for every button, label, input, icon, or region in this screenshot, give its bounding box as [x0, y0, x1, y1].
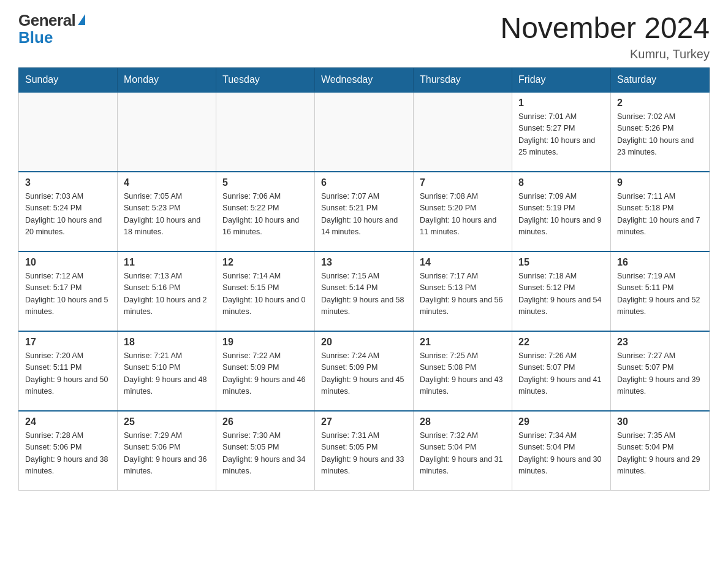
day-info: Sunrise: 7:02 AM Sunset: 5:26 PM Dayligh… [617, 111, 703, 159]
calendar-cell: 22Sunrise: 7:26 AM Sunset: 5:07 PM Dayli… [512, 331, 611, 411]
calendar-cell: 13Sunrise: 7:15 AM Sunset: 5:14 PM Dayli… [315, 251, 414, 331]
day-number: 13 [321, 257, 407, 268]
calendar-cell: 14Sunrise: 7:17 AM Sunset: 5:13 PM Dayli… [414, 251, 512, 331]
day-number: 28 [420, 416, 506, 427]
logo-general-text: General [18, 12, 75, 28]
weekday-header-row: SundayMondayTuesdayWednesdayThursdayFrid… [19, 67, 710, 92]
day-number: 24 [25, 416, 111, 427]
day-info: Sunrise: 7:06 AM Sunset: 5:22 PM Dayligh… [222, 191, 308, 239]
day-info: Sunrise: 7:17 AM Sunset: 5:13 PM Dayligh… [420, 270, 506, 318]
day-number: 1 [518, 98, 604, 109]
day-info: Sunrise: 7:07 AM Sunset: 5:21 PM Dayligh… [321, 191, 407, 239]
day-info: Sunrise: 7:14 AM Sunset: 5:15 PM Dayligh… [222, 270, 308, 318]
day-info: Sunrise: 7:18 AM Sunset: 5:12 PM Dayligh… [518, 270, 604, 318]
weekday-header-sunday: Sunday [19, 67, 118, 92]
calendar-cell: 23Sunrise: 7:27 AM Sunset: 5:07 PM Dayli… [611, 331, 710, 411]
day-info: Sunrise: 7:20 AM Sunset: 5:11 PM Dayligh… [25, 350, 111, 398]
week-row-4: 17Sunrise: 7:20 AM Sunset: 5:11 PM Dayli… [19, 331, 710, 411]
day-info: Sunrise: 7:35 AM Sunset: 5:04 PM Dayligh… [617, 430, 703, 478]
day-number: 30 [617, 416, 703, 427]
location-subtitle: Kumru, Turkey [500, 47, 710, 61]
day-info: Sunrise: 7:11 AM Sunset: 5:18 PM Dayligh… [617, 191, 703, 239]
day-number: 21 [420, 337, 506, 348]
day-number: 14 [420, 257, 506, 268]
day-number: 10 [25, 257, 111, 268]
day-info: Sunrise: 7:05 AM Sunset: 5:23 PM Dayligh… [124, 191, 210, 239]
day-info: Sunrise: 7:15 AM Sunset: 5:14 PM Dayligh… [321, 270, 407, 318]
calendar-cell: 21Sunrise: 7:25 AM Sunset: 5:08 PM Dayli… [414, 331, 512, 411]
weekday-header-thursday: Thursday [414, 67, 512, 92]
calendar-cell [414, 92, 512, 172]
day-number: 2 [617, 98, 703, 109]
day-number: 12 [222, 257, 308, 268]
day-number: 9 [617, 177, 703, 188]
weekday-header-saturday: Saturday [611, 67, 710, 92]
day-info: Sunrise: 7:28 AM Sunset: 5:06 PM Dayligh… [25, 430, 111, 478]
day-number: 11 [124, 257, 210, 268]
day-info: Sunrise: 7:12 AM Sunset: 5:17 PM Dayligh… [25, 270, 111, 318]
day-info: Sunrise: 7:29 AM Sunset: 5:06 PM Dayligh… [124, 430, 210, 478]
logo: General Blue [18, 12, 85, 47]
calendar-cell [19, 92, 118, 172]
calendar-cell: 20Sunrise: 7:24 AM Sunset: 5:09 PM Dayli… [315, 331, 414, 411]
week-row-3: 10Sunrise: 7:12 AM Sunset: 5:17 PM Dayli… [19, 251, 710, 331]
day-number: 26 [222, 416, 308, 427]
day-number: 7 [420, 177, 506, 188]
calendar-cell: 15Sunrise: 7:18 AM Sunset: 5:12 PM Dayli… [512, 251, 611, 331]
main-title: November 2024 [500, 12, 710, 45]
day-info: Sunrise: 7:34 AM Sunset: 5:04 PM Dayligh… [518, 430, 604, 478]
day-info: Sunrise: 7:25 AM Sunset: 5:08 PM Dayligh… [420, 350, 506, 398]
day-number: 5 [222, 177, 308, 188]
day-info: Sunrise: 7:21 AM Sunset: 5:10 PM Dayligh… [124, 350, 210, 398]
day-number: 19 [222, 337, 308, 348]
day-number: 18 [124, 337, 210, 348]
week-row-1: 1Sunrise: 7:01 AM Sunset: 5:27 PM Daylig… [19, 92, 710, 172]
day-number: 8 [518, 177, 604, 188]
calendar-cell: 17Sunrise: 7:20 AM Sunset: 5:11 PM Dayli… [19, 331, 118, 411]
day-number: 27 [321, 416, 407, 427]
weekday-header-wednesday: Wednesday [315, 67, 414, 92]
calendar-cell [118, 92, 216, 172]
page-header: General Blue November 2024 Kumru, Turkey [18, 12, 710, 61]
day-number: 16 [617, 257, 703, 268]
calendar-cell: 27Sunrise: 7:31 AM Sunset: 5:05 PM Dayli… [315, 411, 414, 491]
calendar-cell: 16Sunrise: 7:19 AM Sunset: 5:11 PM Dayli… [611, 251, 710, 331]
week-row-5: 24Sunrise: 7:28 AM Sunset: 5:06 PM Dayli… [19, 411, 710, 491]
calendar-cell: 18Sunrise: 7:21 AM Sunset: 5:10 PM Dayli… [118, 331, 216, 411]
calendar-cell: 3Sunrise: 7:03 AM Sunset: 5:24 PM Daylig… [19, 172, 118, 251]
day-number: 15 [518, 257, 604, 268]
day-number: 3 [25, 177, 111, 188]
day-info: Sunrise: 7:22 AM Sunset: 5:09 PM Dayligh… [222, 350, 308, 398]
day-number: 22 [518, 337, 604, 348]
weekday-header-friday: Friday [512, 67, 611, 92]
weekday-header-tuesday: Tuesday [216, 67, 315, 92]
calendar-cell: 12Sunrise: 7:14 AM Sunset: 5:15 PM Dayli… [216, 251, 315, 331]
calendar-cell: 24Sunrise: 7:28 AM Sunset: 5:06 PM Dayli… [19, 411, 118, 491]
day-info: Sunrise: 7:27 AM Sunset: 5:07 PM Dayligh… [617, 350, 703, 398]
calendar-cell: 28Sunrise: 7:32 AM Sunset: 5:04 PM Dayli… [414, 411, 512, 491]
day-number: 6 [321, 177, 407, 188]
calendar-cell: 5Sunrise: 7:06 AM Sunset: 5:22 PM Daylig… [216, 172, 315, 251]
calendar-cell: 10Sunrise: 7:12 AM Sunset: 5:17 PM Dayli… [19, 251, 118, 331]
calendar-cell: 2Sunrise: 7:02 AM Sunset: 5:26 PM Daylig… [611, 92, 710, 172]
day-info: Sunrise: 7:30 AM Sunset: 5:05 PM Dayligh… [222, 430, 308, 478]
day-info: Sunrise: 7:09 AM Sunset: 5:19 PM Dayligh… [518, 191, 604, 239]
day-number: 17 [25, 337, 111, 348]
day-info: Sunrise: 7:13 AM Sunset: 5:16 PM Dayligh… [124, 270, 210, 318]
day-info: Sunrise: 7:08 AM Sunset: 5:20 PM Dayligh… [420, 191, 506, 239]
calendar-cell: 30Sunrise: 7:35 AM Sunset: 5:04 PM Dayli… [611, 411, 710, 491]
day-info: Sunrise: 7:19 AM Sunset: 5:11 PM Dayligh… [617, 270, 703, 318]
week-row-2: 3Sunrise: 7:03 AM Sunset: 5:24 PM Daylig… [19, 172, 710, 251]
day-number: 20 [321, 337, 407, 348]
calendar-cell [216, 92, 315, 172]
logo-blue-text: Blue [18, 28, 53, 47]
day-info: Sunrise: 7:03 AM Sunset: 5:24 PM Dayligh… [25, 191, 111, 239]
calendar-cell: 11Sunrise: 7:13 AM Sunset: 5:16 PM Dayli… [118, 251, 216, 331]
day-info: Sunrise: 7:32 AM Sunset: 5:04 PM Dayligh… [420, 430, 506, 478]
day-number: 25 [124, 416, 210, 427]
day-number: 29 [518, 416, 604, 427]
day-info: Sunrise: 7:24 AM Sunset: 5:09 PM Dayligh… [321, 350, 407, 398]
calendar-cell: 9Sunrise: 7:11 AM Sunset: 5:18 PM Daylig… [611, 172, 710, 251]
logo-triangle-icon [78, 14, 85, 25]
calendar-cell: 7Sunrise: 7:08 AM Sunset: 5:20 PM Daylig… [414, 172, 512, 251]
